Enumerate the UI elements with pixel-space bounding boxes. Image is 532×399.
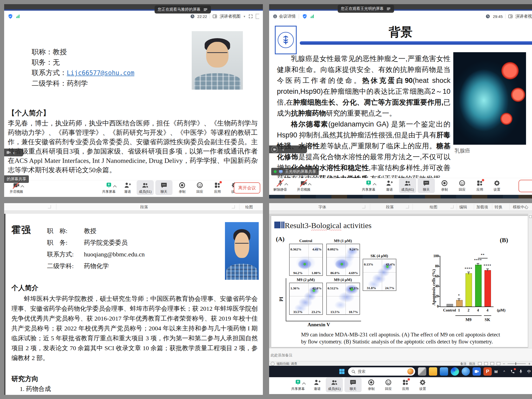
caret-up-icon[interactable] bbox=[308, 183, 311, 187]
clipped-window-icon[interactable] bbox=[256, 14, 259, 19]
meeting-details-label[interactable]: 会议详情 bbox=[279, 14, 296, 19]
watching-banner[interactable]: 您正在观看王光明的屏幕 bbox=[338, 5, 394, 13]
file-explorer-icon[interactable] bbox=[429, 367, 437, 376]
toolbar-apps[interactable]: 应用 bbox=[397, 377, 414, 392]
toolbar-invite[interactable]: 邀请 bbox=[119, 180, 136, 195]
vertical-scrollbar[interactable] bbox=[528, 214, 532, 348]
scroll-up-arrow[interactable] bbox=[529, 215, 532, 218]
video-overlay-collapsed[interactable]: ‹ bbox=[269, 145, 307, 153]
slide-editing-area: Result3-Bological activities (A) (B) Con… bbox=[269, 214, 532, 348]
slide-sorter-view-icon[interactable] bbox=[484, 362, 488, 365]
ribbon-bottom-row: 字体 段落 绘图 编辑 加载项 转换 模板中心 bbox=[269, 203, 532, 210]
bio-heading: 个人简介 bbox=[11, 283, 38, 292]
view-mode-label[interactable]: 演讲者视图 bbox=[220, 14, 241, 19]
chevron-left-icon[interactable]: ‹ bbox=[282, 147, 284, 152]
toolbar-chat[interactable]: 聊天 bbox=[418, 178, 435, 193]
leave-meeting-button[interactable]: 离开会议 bbox=[234, 182, 260, 194]
windows-start-icon[interactable] bbox=[338, 368, 345, 375]
notes-placeholder[interactable]: 此处添加备注 bbox=[271, 353, 292, 358]
tray-app-icon[interactable]: M bbox=[493, 369, 499, 374]
powerpoint-icon[interactable]: P bbox=[483, 367, 492, 376]
gear-icon bbox=[493, 179, 501, 187]
toolbar-apps[interactable]: 应用 bbox=[471, 178, 488, 193]
toolbar-invite[interactable]: 邀请 bbox=[309, 377, 326, 392]
screenshot-collage: 您正在观看马雅婷的屏幕 22:22 演讲者视图 ▼ 职称：教授 职务：无 联系方… bbox=[0, 0, 532, 399]
fullscreen-icon[interactable] bbox=[248, 14, 253, 19]
toolbar-invite[interactable]: 邀请 bbox=[381, 178, 398, 193]
windows-taskbar: 搜索 P M ^ 中 bbox=[269, 366, 532, 377]
zoom-out-icon[interactable]: − bbox=[503, 362, 505, 366]
caret-up-icon[interactable] bbox=[302, 382, 306, 386]
menu-icon[interactable] bbox=[203, 7, 208, 12]
share-screen-icon bbox=[365, 179, 373, 187]
toolbar-reactions[interactable]: 回应 bbox=[380, 377, 397, 392]
taskbar-search-input[interactable]: 搜索 bbox=[348, 367, 415, 376]
dialog-launcher-icon[interactable] bbox=[232, 205, 235, 208]
dialog-launcher-icon[interactable] bbox=[406, 205, 409, 208]
toolbar-start-video[interactable]: 开启视频 bbox=[295, 178, 312, 193]
ribbon-group-paragraph: 段落 bbox=[140, 205, 148, 210]
browser-icon[interactable] bbox=[462, 367, 470, 376]
watching-banner[interactable]: 您正在观看马雅婷的屏幕 bbox=[155, 5, 211, 14]
toolbar-share-screen[interactable]: 共享屏幕 bbox=[100, 180, 117, 195]
field-discipline: 二级学科:药物化学 bbox=[47, 260, 145, 272]
toolbar-members[interactable]: 成员(51) bbox=[137, 180, 154, 195]
toolbar-members[interactable]: 成员(61) bbox=[326, 377, 343, 392]
toolbar-share-screen[interactable]: 共享屏幕 bbox=[289, 377, 307, 392]
edge-browser-icon[interactable] bbox=[451, 367, 459, 376]
leave-meeting-button-clipped[interactable] bbox=[518, 180, 532, 192]
dialog-launcher-icon[interactable] bbox=[362, 205, 365, 208]
view-mode-label[interactable]: 演讲者视图 bbox=[515, 14, 532, 19]
toolbar-reactions[interactable]: 回应 bbox=[191, 180, 208, 195]
chevron-left-icon[interactable]: ‹ bbox=[13, 150, 15, 155]
tray-expand-caret-icon[interactable]: ^ bbox=[501, 369, 507, 374]
toolbar-apps[interactable]: 应用 bbox=[209, 180, 226, 195]
reading-view-icon[interactable] bbox=[490, 362, 494, 365]
notes-pane[interactable]: 此处添加备注 bbox=[269, 348, 532, 361]
zoom-slider[interactable] bbox=[508, 363, 526, 364]
chevron-down-icon[interactable]: ▼ bbox=[243, 15, 246, 18]
task-view-icon[interactable] bbox=[418, 367, 426, 376]
dialog-launcher-icon[interactable] bbox=[48, 205, 51, 208]
email-link[interactable]: Lijc66577@sohu.com bbox=[67, 69, 134, 77]
speaker-view-icon[interactable] bbox=[508, 14, 513, 19]
normal-view-icon[interactable] bbox=[478, 362, 482, 365]
tray-mic-icon[interactable] bbox=[518, 369, 524, 374]
toolbar-settings[interactable]: 设置 bbox=[488, 178, 506, 193]
security-shield-icon[interactable] bbox=[302, 14, 307, 19]
toolbar-chat[interactable]: 聊天 bbox=[344, 377, 362, 392]
comments-button[interactable]: 批注 bbox=[469, 362, 475, 366]
window-top-strip bbox=[4, 4, 263, 9]
search-highlight-thumbnail[interactable] bbox=[407, 368, 414, 375]
toolbar-record[interactable]: 录制 bbox=[174, 180, 191, 195]
toolbar-unmute[interactable]: 解除静音 bbox=[272, 178, 289, 193]
caret-up-icon[interactable] bbox=[113, 185, 117, 189]
caret-up-icon[interactable] bbox=[373, 183, 376, 187]
mail-icon[interactable] bbox=[440, 367, 448, 376]
toolbar-members[interactable]: 成员(61) bbox=[399, 178, 416, 193]
notes-button[interactable]: 备注 bbox=[460, 362, 467, 366]
speaker-view-icon[interactable] bbox=[212, 14, 217, 19]
zoom-slider-knob[interactable] bbox=[515, 362, 516, 365]
toolbar-share-screen[interactable]: 共享屏幕 bbox=[360, 178, 377, 193]
dialog-launcher-icon[interactable] bbox=[450, 205, 454, 208]
toolbar-chat[interactable]: 聊天 bbox=[155, 180, 172, 195]
meeting-app-icon[interactable] bbox=[473, 367, 481, 376]
tray-phone-icon[interactable] bbox=[510, 369, 515, 374]
toolbar-reactions[interactable]: 回应 bbox=[454, 178, 471, 193]
ime-indicator[interactable]: 中 bbox=[526, 369, 532, 374]
toolbar-settings[interactable]: 设置 bbox=[414, 377, 431, 392]
toolbar-record[interactable]: 录制 bbox=[363, 377, 380, 392]
security-shield-icon[interactable] bbox=[8, 14, 13, 19]
zoom-in-icon[interactable]: + bbox=[528, 362, 530, 366]
slideshow-view-icon[interactable] bbox=[497, 362, 500, 365]
caret-up-icon[interactable] bbox=[21, 185, 24, 189]
ppt-status-bar: 辅助功能: 调查 备注 批注 − + bbox=[269, 361, 532, 366]
video-overlay-collapsed[interactable]: ‹ bbox=[4, 149, 23, 156]
bio-paragraph: 李见春，博士，执业药师，执业中西医结合医师，担任《药剂学》、《生物药剂学与药物动… bbox=[8, 119, 258, 175]
menu-icon[interactable] bbox=[386, 6, 391, 11]
caret-up-icon[interactable] bbox=[284, 183, 288, 187]
toolbar-record[interactable]: 录制 bbox=[436, 178, 453, 193]
camera-toggle-icon[interactable] bbox=[271, 146, 278, 153]
info-icon[interactable] bbox=[273, 14, 277, 19]
